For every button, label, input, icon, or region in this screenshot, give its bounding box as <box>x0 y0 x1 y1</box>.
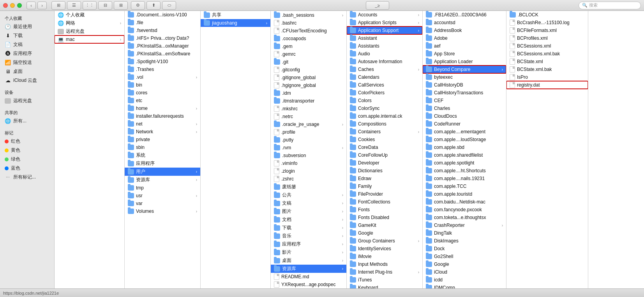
list-item[interactable]: com.apple.sharedfilelist <box>423 151 506 159</box>
list-item[interactable]: BCSessions.xml.bak <box>506 50 588 58</box>
close-button[interactable] <box>3 3 8 8</box>
list-item[interactable]: Adobe <box>423 34 506 42</box>
list-item[interactable]: .PKInstallSa...oxManager <box>125 42 200 50</box>
list-item[interactable]: Edraw <box>347 175 422 182</box>
list-item[interactable]: 图片› <box>271 207 346 216</box>
list-item[interactable]: tmp <box>125 184 200 192</box>
list-item[interactable]: icdd <box>423 276 506 284</box>
sidebar-item-tag-green[interactable]: 绿色 <box>0 155 54 164</box>
icon-view-button[interactable]: ⊞ <box>51 1 65 10</box>
list-item[interactable]: Network› <box>125 128 200 136</box>
sidebar-item-downloads[interactable]: ⬇ 下载 <box>0 31 54 40</box>
list-item[interactable]: .gitconfig <box>271 66 346 74</box>
sidebar-item-documents[interactable]: 📄 文稿 <box>0 40 54 49</box>
list-item[interactable]: Application Loader <box>423 58 506 65</box>
list-item[interactable]: BCState.xml.bak <box>506 65 588 73</box>
list-item[interactable]: .Trashes <box>125 65 200 73</box>
list-item[interactable]: BCFileFormats.xml <box>506 27 588 34</box>
list-item[interactable]: com.apple....ht.Shortcuts <box>423 167 506 175</box>
list-item[interactable]: etc <box>125 97 200 104</box>
list-item[interactable]: README.md <box>271 273 346 281</box>
list-item[interactable]: 资源库› <box>271 265 346 273</box>
list-item[interactable]: 远程光盘 <box>55 27 124 35</box>
list-item[interactable]: Input Methods <box>347 260 422 268</box>
list-item[interactable]: home› <box>125 104 200 112</box>
list-item[interactable]: .HFS+ Priva...ctory Data? <box>125 34 200 42</box>
list-item[interactable]: Go2Shell <box>423 253 506 260</box>
back-button[interactable]: ‹ <box>26 2 36 9</box>
list-item[interactable]: AddressBook <box>423 27 506 34</box>
list-item[interactable]: .gitignore_global <box>271 74 346 81</box>
list-item[interactable]: BCSessions.xml <box>506 42 588 50</box>
list-item[interactable]: registry.dat <box>506 81 588 89</box>
list-item[interactable]: Caches› <box>347 65 422 73</box>
list-item-mac[interactable]: 💻 mac › <box>55 35 124 43</box>
list-item[interactable]: .git <box>271 58 346 66</box>
list-item[interactable]: Group Containers› <box>347 237 422 245</box>
list-item[interactable]: com.apple.TCC <box>423 182 506 190</box>
list-item[interactable]: GameKit <box>347 221 422 229</box>
list-item[interactable]: 桌面› <box>271 256 346 265</box>
list-item[interactable]: .itmstransporter <box>271 97 346 105</box>
list-item[interactable]: 文稿› <box>271 199 346 207</box>
arrange-button[interactable]: ⊞ <box>114 1 128 10</box>
list-item[interactable]: DiskImages <box>423 237 506 245</box>
list-item[interactable]: com.apple.internal.ck <box>347 112 422 120</box>
list-item[interactable]: ColorSync <box>347 104 422 112</box>
list-item[interactable]: sbin <box>125 143 200 151</box>
list-item[interactable]: .viminfo <box>271 159 346 167</box>
list-item[interactable]: .cocoapods <box>271 35 346 42</box>
list-item[interactable]: IsPro <box>506 73 588 81</box>
list-item[interactable]: 应用程序› <box>271 240 346 248</box>
list-item[interactable]: 系统 <box>125 151 200 159</box>
list-item[interactable]: 🌐 个人收藏 <box>55 11 124 19</box>
list-item[interactable]: CallHistoryTransactions <box>423 89 506 97</box>
list-item[interactable]: usr› <box>125 192 200 200</box>
tag-button[interactable]: ⬭ <box>162 1 176 10</box>
list-item[interactable]: Audio <box>347 50 422 58</box>
list-item[interactable]: cores <box>125 89 200 97</box>
sidebar-item-tag-blue[interactable]: 蓝色 <box>0 164 54 173</box>
list-item[interactable]: Family <box>347 182 422 190</box>
list-item[interactable]: IdentityServices <box>347 245 422 253</box>
list-item[interactable]: Fonts <box>347 206 422 214</box>
forward-button[interactable]: › <box>37 2 47 9</box>
list-item[interactable]: installer.failurerequests <box>125 112 200 120</box>
terminal-button[interactable]: _≥ <box>366 1 389 10</box>
list-item[interactable]: .FB1A62E0...0200C9A66 <box>423 11 506 19</box>
list-item[interactable]: com.apple....ementagent <box>423 128 506 136</box>
list-item[interactable]: jiaguoshang› <box>201 19 270 27</box>
list-item[interactable]: Containers› <box>347 128 422 136</box>
sidebar-item-recent[interactable]: 🕐 最近使用 <box>0 22 54 31</box>
list-item[interactable]: aef <box>423 42 506 50</box>
list-item[interactable]: var <box>125 200 200 207</box>
search-box[interactable]: 🔍 搜索 <box>579 2 641 9</box>
list-item[interactable]: .putty <box>271 136 346 144</box>
sidebar-item-all-tags[interactable]: ⋯ 所有标记... <box>0 173 54 182</box>
list-item[interactable]: com.apple....nails.19231 <box>423 175 506 182</box>
list-item[interactable]: App Store <box>423 50 506 58</box>
list-item[interactable]: com.fancynode.pxcook <box>423 206 506 214</box>
list-item[interactable]: CallHistoryDB <box>423 81 506 89</box>
list-item[interactable]: Google <box>347 229 422 237</box>
list-item[interactable]: .netrc <box>271 113 346 120</box>
list-view-button[interactable]: ☰ <box>67 1 81 10</box>
list-item[interactable]: .hgignore_global <box>271 81 346 89</box>
list-item[interactable]: BcCrashRe...-115100.log <box>506 19 588 27</box>
list-item[interactable]: 共享 <box>201 11 270 19</box>
minimize-button[interactable] <box>10 3 15 8</box>
list-item[interactable]: BCState.xml <box>506 58 588 65</box>
list-item[interactable]: CallServices <box>347 81 422 89</box>
list-item[interactable]: .zshrc <box>271 175 346 183</box>
list-item[interactable]: .subversion <box>271 152 346 159</box>
share-button[interactable]: ⬆ <box>146 1 161 10</box>
gallery-view-button[interactable]: ⊟ <box>98 1 112 10</box>
list-item[interactable]: com.apple.touristd <box>423 190 506 198</box>
list-item[interactable]: com.apple....loudStorage <box>423 136 506 143</box>
list-item[interactable]: .gemrc <box>271 50 346 58</box>
list-item[interactable]: Charles <box>423 104 506 112</box>
list-item[interactable]: iCloud <box>423 268 506 276</box>
sidebar-item-tag-yellow[interactable]: 黄色 <box>0 146 54 155</box>
list-item[interactable]: 应用程序 <box>125 159 200 168</box>
list-item[interactable]: CEF <box>423 97 506 104</box>
